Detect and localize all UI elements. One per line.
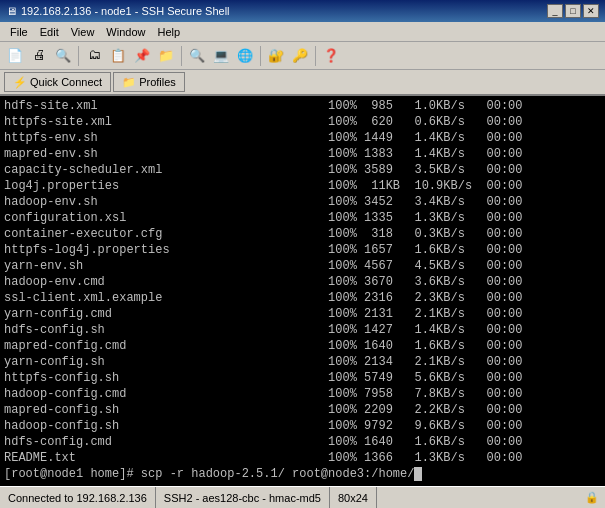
toolbar: 📄 🖨 🔍 🗂 📋 📌 📁 🔍 💻 🌐 🔐 🔑 ❓ bbox=[0, 42, 605, 70]
close-button[interactable]: ✕ bbox=[583, 4, 599, 18]
menu-edit[interactable]: Edit bbox=[34, 25, 65, 39]
toolbar-btn12[interactable]: 🔑 bbox=[289, 45, 311, 67]
status-icon-area: 🔒 bbox=[579, 489, 605, 506]
menu-view[interactable]: View bbox=[65, 25, 101, 39]
terminal-line: hdfs-config.cmd 100% 1640 1.6KB/s 00:00 bbox=[4, 434, 601, 450]
quickbar: ⚡ Quick Connect 📁 Profiles bbox=[0, 70, 605, 96]
status-dimensions: 80x24 bbox=[330, 487, 377, 508]
terminal-wrapper: hdfs-site.xml 100% 985 1.0KB/s 00:00http… bbox=[0, 96, 605, 486]
terminal-line: configuration.xsl 100% 1335 1.3KB/s 00:0… bbox=[4, 210, 601, 226]
status-connection-text: Connected to 192.168.2.136 bbox=[8, 492, 147, 504]
terminal-line: yarn-config.cmd 100% 2131 2.1KB/s 00:00 bbox=[4, 306, 601, 322]
toolbar-separator-4 bbox=[315, 46, 316, 66]
toolbar-find[interactable]: 🔍 bbox=[52, 45, 74, 67]
status-encryption: SSH2 - aes128-cbc - hmac-md5 bbox=[156, 487, 330, 508]
terminal-prompt: [root@node1 home]# scp -r hadoop-2.5.1/ … bbox=[4, 466, 601, 482]
profiles-button[interactable]: 📁 Profiles bbox=[113, 72, 185, 92]
menu-bar: File Edit View Window Help bbox=[0, 22, 605, 42]
terminal-line: ssl-client.xml.example 100% 2316 2.3KB/s… bbox=[4, 290, 601, 306]
terminal-line: hdfs-site.xml 100% 985 1.0KB/s 00:00 bbox=[4, 98, 601, 114]
status-encryption-text: SSH2 - aes128-cbc - hmac-md5 bbox=[164, 492, 321, 504]
toolbar-btn10[interactable]: 🌐 bbox=[234, 45, 256, 67]
terminal-line: mapred-config.cmd 100% 1640 1.6KB/s 00:0… bbox=[4, 338, 601, 354]
menu-file[interactable]: File bbox=[4, 25, 34, 39]
toolbar-btn9[interactable]: 💻 bbox=[210, 45, 232, 67]
window-icon: 🖥 bbox=[6, 5, 17, 17]
menu-window[interactable]: Window bbox=[100, 25, 151, 39]
terminal-line: log4j.properties 100% 11KB 10.9KB/s 00:0… bbox=[4, 178, 601, 194]
toolbar-btn8[interactable]: 🔍 bbox=[186, 45, 208, 67]
terminal-line: hadoop-config.sh 100% 9792 9.6KB/s 00:00 bbox=[4, 418, 601, 434]
toolbar-btn4[interactable]: 🗂 bbox=[83, 45, 105, 67]
profiles-label: Profiles bbox=[139, 76, 176, 88]
toolbar-btn7[interactable]: 📁 bbox=[155, 45, 177, 67]
status-connection: Connected to 192.168.2.136 bbox=[0, 487, 156, 508]
toolbar-help[interactable]: ❓ bbox=[320, 45, 342, 67]
quick-connect-icon: ⚡ bbox=[13, 76, 27, 89]
status-dimensions-text: 80x24 bbox=[338, 492, 368, 504]
toolbar-new[interactable]: 📄 bbox=[4, 45, 26, 67]
status-lock-icon: 🔒 bbox=[585, 491, 599, 504]
title-bar: 🖥 192.168.2.136 - node1 - SSH Secure She… bbox=[0, 0, 605, 22]
toolbar-print[interactable]: 🖨 bbox=[28, 45, 50, 67]
toolbar-btn11[interactable]: 🔐 bbox=[265, 45, 287, 67]
menu-help[interactable]: Help bbox=[151, 25, 186, 39]
toolbar-separator-2 bbox=[181, 46, 182, 66]
quick-connect-label: Quick Connect bbox=[30, 76, 102, 88]
terminal-line: hadoop-config.cmd 100% 7958 7.8KB/s 00:0… bbox=[4, 386, 601, 402]
quick-connect-button[interactable]: ⚡ Quick Connect bbox=[4, 72, 111, 92]
window-title: 192.168.2.136 - node1 - SSH Secure Shell bbox=[21, 5, 230, 17]
terminal-line: capacity-scheduler.xml 100% 3589 3.5KB/s… bbox=[4, 162, 601, 178]
terminal-line: httpfs-log4j.properties 100% 1657 1.6KB/… bbox=[4, 242, 601, 258]
toolbar-separator-1 bbox=[78, 46, 79, 66]
terminal-line: README.txt 100% 1366 1.3KB/s 00:00 bbox=[4, 450, 601, 466]
minimize-button[interactable]: _ bbox=[547, 4, 563, 18]
toolbar-btn5[interactable]: 📋 bbox=[107, 45, 129, 67]
toolbar-separator-3 bbox=[260, 46, 261, 66]
terminal-line: yarn-env.sh 100% 4567 4.5KB/s 00:00 bbox=[4, 258, 601, 274]
terminal-line: httpfs-config.sh 100% 5749 5.6KB/s 00:00 bbox=[4, 370, 601, 386]
title-bar-left: 🖥 192.168.2.136 - node1 - SSH Secure She… bbox=[6, 5, 230, 17]
profiles-icon: 📁 bbox=[122, 76, 136, 89]
terminal-line: mapred-config.sh 100% 2209 2.2KB/s 00:00 bbox=[4, 402, 601, 418]
terminal-line: httpfs-site.xml 100% 620 0.6KB/s 00:00 bbox=[4, 114, 601, 130]
terminal-line: httpfs-env.sh 100% 1449 1.4KB/s 00:00 bbox=[4, 130, 601, 146]
maximize-button[interactable]: □ bbox=[565, 4, 581, 18]
terminal-line: container-executor.cfg 100% 318 0.3KB/s … bbox=[4, 226, 601, 242]
terminal-line: mapred-env.sh 100% 1383 1.4KB/s 00:00 bbox=[4, 146, 601, 162]
terminal-line: yarn-config.sh 100% 2134 2.1KB/s 00:00 bbox=[4, 354, 601, 370]
terminal-line: hdfs-config.sh 100% 1427 1.4KB/s 00:00 bbox=[4, 322, 601, 338]
terminal-line: hadoop-env.cmd 100% 3670 3.6KB/s 00:00 bbox=[4, 274, 601, 290]
terminal-cursor bbox=[414, 467, 422, 481]
toolbar-btn6[interactable]: 📌 bbox=[131, 45, 153, 67]
terminal-line: hadoop-env.sh 100% 3452 3.4KB/s 00:00 bbox=[4, 194, 601, 210]
status-bar: Connected to 192.168.2.136 SSH2 - aes128… bbox=[0, 486, 605, 508]
terminal[interactable]: hdfs-site.xml 100% 985 1.0KB/s 00:00http… bbox=[0, 96, 605, 486]
title-bar-controls: _ □ ✕ bbox=[547, 4, 599, 18]
